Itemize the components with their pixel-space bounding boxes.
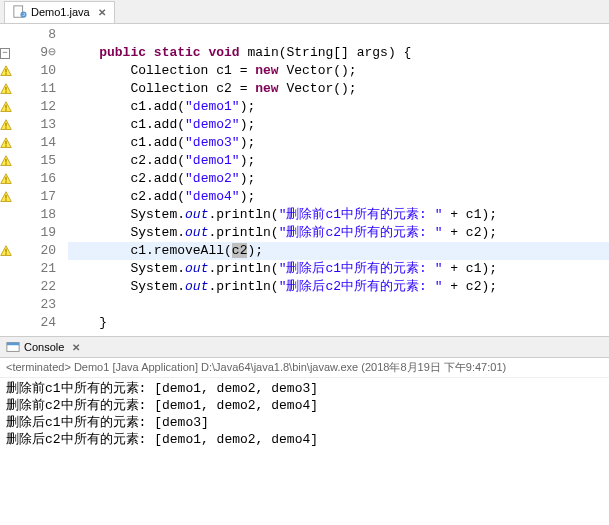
svg-rect-4 (5, 73, 7, 75)
code-line[interactable]: c2.add("demo2"); (68, 170, 609, 188)
svg-rect-20 (5, 253, 7, 255)
svg-rect-10 (5, 127, 7, 129)
svg-rect-22 (7, 343, 19, 346)
warning-icon[interactable] (0, 242, 18, 260)
close-icon[interactable]: ✕ (72, 342, 80, 353)
code-line[interactable]: c1.add("demo2"); (68, 116, 609, 134)
svg-rect-17 (5, 195, 7, 199)
code-line[interactable]: c1.add("demo1"); (68, 98, 609, 116)
fold-icon[interactable]: − (0, 48, 10, 59)
svg-rect-14 (5, 163, 7, 165)
launch-info: Demo1 [Java Application] D:\Java64\java1… (71, 361, 506, 373)
code-line[interactable] (68, 26, 609, 44)
line-numbers: 89⊖101112131415161718192021222324 (18, 24, 62, 332)
code-line[interactable]: System.out.println("删除后c2中所有的元素: " + c2)… (68, 278, 609, 296)
code-line[interactable]: System.out.println("删除后c1中所有的元素: " + c1)… (68, 260, 609, 278)
code-line[interactable]: System.out.println("删除前c2中所有的元素: " + c2)… (68, 224, 609, 242)
terminated-label: <terminated> (6, 361, 71, 373)
warning-icon[interactable] (0, 80, 18, 98)
console-header: <terminated> Demo1 [Java Application] D:… (0, 358, 609, 378)
java-file-icon: J (13, 5, 27, 19)
code-editor[interactable]: − 89⊖101112131415161718192021222324 publ… (0, 24, 609, 332)
code-line[interactable]: Collection c2 = new Vector(); (68, 80, 609, 98)
console-output[interactable]: 删除前c1中所有的元素: [demo1, demo2, demo3]删除前c2中… (0, 378, 609, 450)
warning-icon[interactable] (0, 62, 18, 80)
svg-rect-3 (5, 69, 7, 73)
svg-rect-8 (5, 109, 7, 111)
code-line[interactable]: c2.add("demo1"); (68, 152, 609, 170)
code-line[interactable]: c1.removeAll(c2); (68, 242, 609, 260)
console-line: 删除前c1中所有的元素: [demo1, demo2, demo3] (6, 380, 603, 397)
console-icon (6, 340, 20, 354)
console-tab-label: Console (24, 341, 64, 353)
svg-rect-19 (5, 249, 7, 253)
warning-icon[interactable] (0, 116, 18, 134)
console-tab[interactable]: Console ✕ (0, 336, 609, 358)
svg-rect-16 (5, 181, 7, 183)
tab-filename: Demo1.java (31, 6, 90, 18)
svg-rect-9 (5, 123, 7, 127)
code-line[interactable]: Collection c1 = new Vector(); (68, 62, 609, 80)
code-line[interactable]: System.out.println("删除前c1中所有的元素: " + c1)… (68, 206, 609, 224)
console-line: 删除前c2中所有的元素: [demo1, demo2, demo4] (6, 397, 603, 414)
warning-icon[interactable] (0, 98, 18, 116)
code-line[interactable]: c2.add("demo4"); (68, 188, 609, 206)
editor-tab-demo1[interactable]: J Demo1.java ✕ (4, 1, 115, 23)
svg-rect-15 (5, 177, 7, 181)
svg-rect-18 (5, 199, 7, 201)
warning-icon[interactable] (0, 170, 18, 188)
warning-icon[interactable] (0, 152, 18, 170)
console-line: 删除后c2中所有的元素: [demo1, demo2, demo4] (6, 431, 603, 448)
code-line[interactable]: } (68, 314, 609, 332)
warning-icon[interactable] (0, 188, 18, 206)
svg-rect-5 (5, 87, 7, 91)
editor-tab-bar: J Demo1.java ✕ (0, 0, 609, 24)
close-icon[interactable]: ✕ (98, 7, 106, 18)
warning-icon[interactable] (0, 134, 18, 152)
code-line[interactable] (68, 296, 609, 314)
code-line[interactable]: public static void main(String[] args) { (68, 44, 609, 62)
svg-rect-12 (5, 145, 7, 147)
svg-rect-6 (5, 91, 7, 93)
code-line[interactable]: c1.add("demo3"); (68, 134, 609, 152)
code-area[interactable]: public static void main(String[] args) {… (62, 24, 609, 332)
svg-rect-7 (5, 105, 7, 109)
console-line: 删除后c1中所有的元素: [demo3] (6, 414, 603, 431)
svg-rect-11 (5, 141, 7, 145)
svg-text:J: J (22, 12, 24, 17)
svg-rect-13 (5, 159, 7, 163)
